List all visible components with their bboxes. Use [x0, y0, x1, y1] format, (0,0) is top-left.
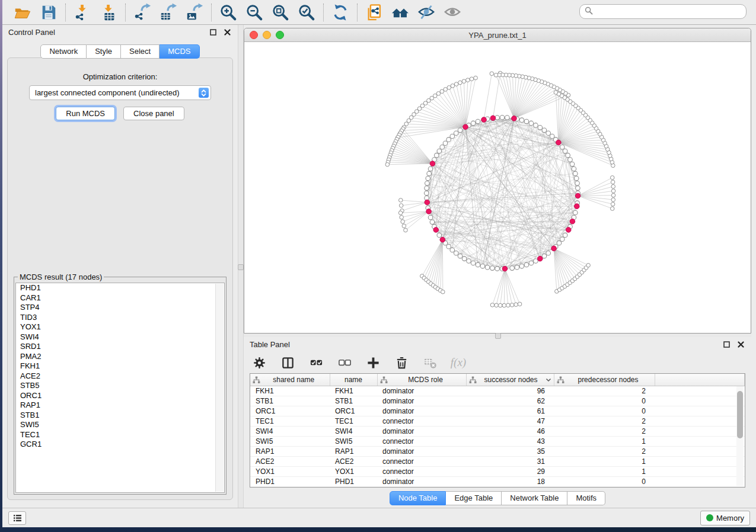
vertical-splitter[interactable] — [238, 25, 244, 508]
node-table: shared namenameMCDS rolesuccessor nodesp… — [250, 374, 745, 487]
apply-preferred-layout-button[interactable] — [331, 4, 349, 21]
zoom-fit-content-button[interactable] — [272, 4, 289, 21]
float-panel-icon[interactable] — [722, 339, 731, 349]
graph-leaf-node — [458, 81, 462, 85]
mcds-result-item[interactable]: SWI4 — [16, 332, 224, 342]
show-panels-button[interactable] — [8, 511, 26, 525]
graph-leaf-node — [454, 82, 458, 86]
tab-network[interactable]: Network — [40, 44, 87, 59]
function-builder-button[interactable]: f(x) — [451, 355, 465, 370]
mcds-result-item[interactable]: CAR1 — [16, 293, 224, 303]
mcds-result-item[interactable]: GCR1 — [16, 440, 224, 450]
table-row[interactable]: FKH1FKH1dominator962 — [250, 386, 745, 396]
graph-node — [572, 166, 576, 171]
show-all-button[interactable] — [444, 4, 461, 21]
mcds-result-item[interactable]: TID3 — [16, 313, 224, 323]
graph-leaf-node — [510, 303, 514, 307]
graph-hub-node — [463, 124, 468, 130]
float-panel-icon[interactable] — [208, 27, 218, 37]
splitter-grip[interactable] — [238, 264, 244, 270]
table-row[interactable]: STB1STB1dominator620 — [250, 396, 745, 406]
network-graph[interactable] — [244, 42, 751, 333]
column-header-shared-name[interactable]: shared name — [250, 374, 330, 386]
mcds-result-item[interactable]: RAP1 — [16, 400, 224, 411]
network-canvas[interactable] — [244, 42, 751, 333]
gear-button[interactable] — [252, 355, 266, 370]
run-mcds-button[interactable]: Run MCDS — [56, 107, 115, 120]
table-row[interactable]: PHD1PHD1dominator180 — [250, 477, 745, 487]
close-panel-icon[interactable] — [736, 339, 745, 349]
tab-style[interactable]: Style — [87, 44, 121, 59]
table-row[interactable]: ACE2ACE2connector311 — [250, 457, 745, 467]
column-header-predecessor-nodes[interactable]: predecessor nodes — [554, 374, 655, 386]
mcds-result-item[interactable]: FKH1 — [16, 361, 224, 371]
first-neighbors-button[interactable] — [391, 4, 409, 21]
open-session-button[interactable] — [14, 4, 31, 21]
export-table-icon — [160, 4, 177, 21]
mcds-result-item[interactable]: STP4 — [16, 303, 224, 313]
mcds-result-item[interactable]: SWI5 — [16, 420, 224, 430]
import-table-from-file-button[interactable] — [100, 4, 117, 21]
mcds-result-item[interactable]: SRD1 — [16, 342, 224, 352]
tab-mcds[interactable]: MCDS — [160, 44, 199, 59]
add-column-button[interactable] — [366, 355, 380, 370]
zoom-out-button[interactable] — [245, 4, 263, 21]
graph-leaf-node — [586, 264, 591, 268]
table-row[interactable]: SWI4SWI4dominator462 — [250, 427, 745, 437]
graph-node — [458, 128, 462, 133]
table-row[interactable]: RAP1RAP1dominator352 — [250, 447, 745, 457]
tab-node-table[interactable]: Node Table — [390, 491, 446, 505]
table-row[interactable]: YOX1YOX1connector291 — [250, 467, 745, 477]
mcds-result-item[interactable]: PMA2 — [16, 352, 224, 362]
new-network-from-selection-button[interactable] — [365, 4, 383, 21]
mcds-result-item[interactable]: YOX1 — [16, 322, 224, 332]
mcds-list-scrollbar[interactable] — [215, 284, 224, 492]
search-box[interactable] — [579, 4, 747, 19]
zoom-selected-region-icon — [298, 4, 315, 21]
table-scrollbar-thumb[interactable] — [737, 391, 743, 438]
search-input[interactable] — [596, 7, 741, 17]
table-row[interactable]: ORC1ORC1dominator610 — [250, 406, 745, 416]
close-panel-button[interactable]: Close panel — [123, 107, 184, 120]
split-panel-button[interactable] — [280, 355, 295, 370]
hierarchy-icon — [469, 376, 477, 384]
import-network-from-file-button[interactable] — [74, 4, 91, 21]
column-header-successor-nodes[interactable]: successor nodes — [466, 374, 554, 386]
mcds-result-item[interactable]: ACE2 — [16, 371, 224, 382]
table-scrollbar[interactable] — [736, 386, 744, 486]
tab-select[interactable]: Select — [121, 44, 160, 59]
column-header-MCDS-role[interactable]: MCDS role — [377, 374, 466, 386]
table-panel-header: Table Panel — [244, 337, 751, 351]
tab-edge-table[interactable]: Edge Table — [446, 491, 502, 505]
mcds-result-item[interactable]: PHD1 — [16, 283, 224, 293]
mcds-result-item[interactable]: ORC1 — [16, 391, 224, 401]
export-image-button[interactable] — [186, 4, 203, 21]
mcds-result-item[interactable]: STB5 — [16, 381, 224, 391]
close-panel-icon[interactable] — [222, 27, 232, 37]
splitter-grip[interactable] — [495, 333, 501, 339]
tab-network-table[interactable]: Network Table — [502, 491, 567, 505]
table-row[interactable]: SWI5SWI5connector431 — [250, 437, 745, 447]
graph-hub-node — [538, 256, 543, 261]
mcds-result-item[interactable]: TEC1 — [16, 430, 224, 440]
mcds-result-item[interactable]: STB1 — [16, 411, 224, 421]
destroy-table-button[interactable] — [423, 355, 437, 370]
tab-motifs[interactable]: Motifs — [567, 491, 605, 505]
export-table-button[interactable] — [160, 4, 177, 21]
export-network-button[interactable] — [133, 4, 151, 21]
zoom-selected-region-button[interactable] — [298, 4, 315, 21]
table-row[interactable]: TEC1TEC1connector472 — [250, 416, 745, 427]
column-header-name[interactable]: name — [330, 374, 377, 386]
network-window-titlebar[interactable]: YPA_prune.txt_1 — [244, 28, 751, 42]
select-all-button[interactable] — [309, 355, 323, 370]
mcds-result-list[interactable]: PHD1CAR1STP4TID3YOX1SWI4SRD1PMA2FKH1ACE2… — [15, 283, 225, 493]
hide-selection-button[interactable] — [417, 4, 435, 21]
zoom-in-button[interactable] — [219, 4, 237, 21]
horizontal-splitter[interactable] — [244, 334, 751, 337]
save-session-button[interactable] — [40, 4, 58, 21]
memory-button[interactable]: Memory — [700, 511, 750, 525]
optimization-criterion-select[interactable]: largest connected component (undirected) — [29, 85, 211, 100]
deselect-all-button[interactable] — [337, 355, 352, 370]
deselect-all-icon — [338, 356, 352, 370]
delete-column-button[interactable] — [394, 355, 409, 370]
